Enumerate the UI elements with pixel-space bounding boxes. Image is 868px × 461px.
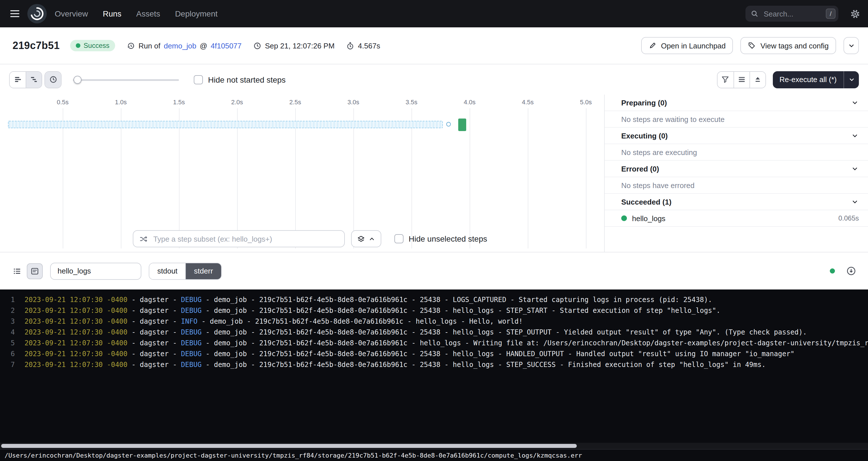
zoom-to-fit-button[interactable]	[749, 71, 765, 88]
stream-toggle-group: stdout stderr	[149, 263, 221, 279]
log-filter-input-wrapper[interactable]	[50, 263, 141, 279]
run-header: 219c7b51 Success Run of demo_job @ 4f105…	[0, 27, 868, 64]
nav-item-deployment[interactable]: Deployment	[175, 9, 217, 18]
slider-handle[interactable]	[73, 75, 82, 84]
log-line: 52023-09-21 12:07:30 -0400 - dagster - D…	[0, 338, 868, 349]
chevron-down-icon	[851, 132, 859, 140]
run-actions-menu-button[interactable]	[843, 37, 859, 54]
axis-tick-label: 5.0s	[575, 99, 597, 105]
raw-log-icon	[30, 267, 39, 276]
run-status-badge: Success	[70, 40, 115, 51]
filter-button[interactable]	[717, 71, 733, 88]
snapshot-link[interactable]: 4f105077	[211, 41, 241, 50]
timed-mode-group	[44, 71, 62, 88]
gear-icon	[850, 8, 861, 19]
flat-view-button[interactable]	[10, 71, 26, 88]
axis-tick-label: 0.5s	[51, 99, 74, 105]
run-of-meta: Run of demo_job @ 4f105077	[126, 41, 242, 50]
tag-icon	[748, 41, 756, 50]
dagster-run-page: OverviewRunsAssetsDeployment / 219c7b51 …	[0, 0, 868, 461]
settings-gear-button[interactable]	[850, 8, 861, 19]
gantt-controls: Hide unselected steps	[133, 230, 487, 247]
log-viewer[interactable]: 12023-09-21 12:07:30 -0400 - dagster - D…	[0, 289, 868, 443]
step-subset-input[interactable]	[152, 234, 339, 244]
stdout-tab[interactable]: stdout	[149, 263, 186, 279]
chevron-down-icon	[851, 165, 859, 173]
log-status-dot	[830, 268, 835, 274]
nav-item-overview[interactable]: Overview	[55, 9, 88, 18]
panel-section-title: Errored (0)	[621, 164, 659, 173]
run-timestamp: Sep 21, 12:07:26 PM	[253, 41, 335, 50]
run-duration: 4.567s	[346, 41, 380, 50]
gantt-step-bar-hello_logs[interactable]	[458, 119, 466, 131]
open-in-launchpad-button[interactable]: Open in Launchpad	[641, 37, 733, 54]
gridline	[179, 108, 180, 248]
log-line: 32023-09-21 12:07:30 -0400 - dagster - I…	[0, 316, 868, 327]
gridline	[470, 108, 470, 248]
axis-tick-label: 4.0s	[458, 99, 481, 105]
gantt-section: 0.5s1.0s1.5s2.0s2.5s3.0s3.5s4.0s4.5s5.0s…	[0, 95, 868, 252]
hamburger-menu-button[interactable]	[7, 6, 22, 21]
gridline	[411, 108, 412, 248]
panel-empty-message: No steps have errored	[605, 177, 868, 194]
scrollbar-thumb[interactable]	[1, 444, 577, 448]
reexecute-split-button: Re-execute all (*)	[773, 71, 859, 88]
hide-unselected-label: Hide unselected steps	[409, 234, 487, 243]
step-panel: Preparing (0)No steps are waiting to exe…	[604, 95, 868, 252]
raw-log-view-button[interactable]	[27, 263, 43, 279]
panel-section-header[interactable]: Preparing (0)	[605, 95, 868, 111]
graph-query-toggle-button[interactable]	[351, 230, 381, 247]
chevron-down-icon	[848, 76, 855, 83]
job-link[interactable]: demo_job	[164, 41, 196, 50]
log-horizontal-scrollbar[interactable]	[0, 443, 868, 449]
panel-section-header[interactable]: Executing (0)	[605, 128, 868, 144]
gantt-marker[interactable]	[446, 122, 451, 126]
axis-tick-label: 1.5s	[167, 99, 190, 105]
log-status-bar: /Users/erincochran/Desktop/dagster-examp…	[0, 449, 868, 461]
download-icon	[846, 266, 856, 276]
timed-view-button[interactable]	[45, 71, 61, 88]
gantt-waiting-bar[interactable]	[8, 121, 443, 128]
row-density-button[interactable]	[733, 71, 749, 88]
view-tags-config-button[interactable]: View tags and config	[741, 37, 836, 54]
panel-section-title: Succeeded (1)	[621, 197, 671, 206]
gantt-options-group	[717, 71, 766, 88]
log-line: 42023-09-21 12:07:30 -0400 - dagster - D…	[0, 327, 868, 338]
search-shortcut-key: /	[826, 8, 836, 19]
panel-section-header[interactable]: Succeeded (1)	[605, 194, 868, 210]
axis-tick-label: 2.0s	[226, 99, 248, 105]
funnel-icon	[721, 75, 730, 84]
structured-log-view-button[interactable]	[9, 263, 25, 279]
chevron-down-icon	[851, 99, 859, 106]
panel-step-row[interactable]: hello_logs0.065s	[605, 210, 868, 227]
waterfall-view-icon	[30, 75, 38, 84]
log-line: 72023-09-21 12:07:30 -0400 - dagster - D…	[0, 360, 868, 370]
shuffle-icon	[139, 235, 148, 243]
log-filter-input[interactable]	[56, 266, 135, 276]
primary-nav: OverviewRunsAssetsDeployment	[55, 9, 218, 18]
dagster-logo[interactable]	[27, 4, 47, 23]
nav-item-assets[interactable]: Assets	[136, 9, 160, 18]
axis-tick-label: 3.5s	[400, 99, 423, 105]
hide-not-started-checkbox[interactable]	[194, 75, 203, 84]
search-input[interactable]	[763, 9, 822, 19]
run-of-label: Run of	[138, 41, 160, 50]
pencil-icon	[649, 41, 656, 50]
hide-unselected-checkbox[interactable]	[394, 234, 404, 243]
eject-icon	[753, 75, 762, 84]
waterfall-view-button[interactable]	[26, 71, 41, 88]
clock-icon	[253, 41, 261, 50]
layers-icon	[357, 235, 365, 243]
stderr-tab[interactable]: stderr	[186, 263, 221, 279]
reexecute-all-button[interactable]: Re-execute all (*)	[773, 71, 843, 88]
gridline	[63, 108, 63, 248]
panel-section-header[interactable]: Errored (0)	[605, 161, 868, 177]
global-search[interactable]: /	[745, 6, 838, 22]
step-subset-input-wrapper[interactable]	[133, 230, 345, 247]
success-dot	[621, 215, 627, 221]
reexecute-menu-button[interactable]	[843, 71, 859, 88]
nav-item-runs[interactable]: Runs	[103, 9, 121, 18]
gantt-zoom-slider[interactable]	[73, 71, 179, 88]
gridline	[295, 108, 296, 248]
download-logs-button[interactable]	[843, 263, 859, 279]
